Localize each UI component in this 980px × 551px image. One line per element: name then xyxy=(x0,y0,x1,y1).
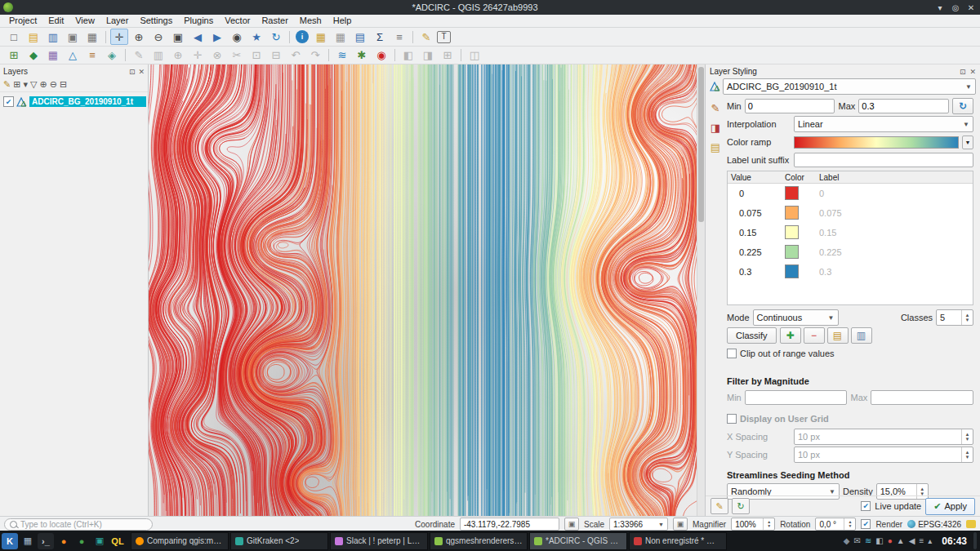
messages-icon[interactable] xyxy=(966,520,976,528)
clip-checkbox[interactable] xyxy=(727,349,737,358)
layer-labeling-options-icon[interactable]: ⊞ xyxy=(439,47,457,64)
y-spacing-spinner[interactable]: 10 px ▲▼ xyxy=(794,447,973,463)
collapse-all-icon[interactable]: ⊖ xyxy=(50,79,57,90)
add-mesh-layer-icon[interactable]: △ xyxy=(64,47,82,64)
tray-updates-icon[interactable]: ◆ xyxy=(844,536,850,545)
open-attribute-table-icon[interactable]: ▤ xyxy=(351,29,369,45)
spinner-arrows-icon[interactable]: ▲▼ xyxy=(961,310,973,325)
record-macro-icon[interactable]: ◉ xyxy=(372,47,390,64)
kde-menu[interactable]: K xyxy=(2,533,18,549)
styling-layer-select[interactable]: ADCIRC_BG_20190910_1t ▼ xyxy=(723,78,976,95)
value-column-header[interactable]: Value xyxy=(731,173,785,182)
teal-app-launcher[interactable]: ▣ xyxy=(91,533,108,549)
new-project-icon[interactable]: □ xyxy=(5,29,23,45)
tray-bluetooth-icon[interactable]: ▲ xyxy=(897,536,905,545)
load-color-ramp-icon[interactable]: ▤ xyxy=(827,327,849,344)
add-raster-layer-icon[interactable]: ▦ xyxy=(44,47,62,64)
color-table-row[interactable]: 0.0750.075 xyxy=(728,203,973,223)
style-manager-icon[interactable]: ✎ xyxy=(710,498,728,514)
layout-manager-icon[interactable]: ▦ xyxy=(83,29,101,45)
task-spyder[interactable]: Non enregistré * — Sp... xyxy=(629,532,727,550)
data-source-manager-icon[interactable]: ⊞ xyxy=(5,47,23,64)
pager[interactable]: ▦ xyxy=(20,533,36,549)
firefox-launcher[interactable]: ● xyxy=(56,533,72,549)
classes-spinner[interactable]: 5 ▲▼ xyxy=(936,309,973,326)
tray-mail-icon[interactable]: ✉ xyxy=(854,536,861,545)
map-scrollbar[interactable] xyxy=(697,64,705,516)
dock-panel-icon[interactable]: ⊡ xyxy=(129,68,136,76)
show-desktop-button[interactable] xyxy=(973,532,977,549)
save-project-icon[interactable]: ▥ xyxy=(44,29,62,45)
user-grid-checkbox[interactable] xyxy=(727,414,737,424)
mesh-calculator-icon[interactable]: ≋ xyxy=(333,47,351,64)
scrollbar-handle[interactable] xyxy=(698,67,704,222)
redo-icon[interactable]: ↷ xyxy=(306,47,324,64)
menu-help[interactable]: Help xyxy=(327,15,358,27)
save-color-ramp-icon[interactable]: ▥ xyxy=(851,327,872,344)
classify-button[interactable]: Classify xyxy=(727,327,777,344)
konsole[interactable]: ›_ xyxy=(38,533,54,549)
task-qgis-adcirc[interactable]: *ADCIRC - QGIS 26427... xyxy=(529,532,627,550)
tray-volume-icon[interactable]: ◀ xyxy=(909,536,915,545)
filter-max-input[interactable] xyxy=(871,390,973,405)
close-panel-icon[interactable]: ✕ xyxy=(138,68,145,76)
processing-toolbox-icon[interactable]: ✱ xyxy=(353,47,371,64)
ql-launcher[interactable]: QL xyxy=(109,533,126,549)
save-layer-edits-icon[interactable]: ▥ xyxy=(149,47,167,64)
zoom-out-icon[interactable]: ⊖ xyxy=(149,29,167,45)
scale-combo[interactable]: 1:33966 ▼ xyxy=(609,518,668,531)
close-button[interactable]: ✕ xyxy=(964,3,978,12)
layer-visibility-checkbox[interactable]: ✔ xyxy=(3,96,14,107)
close-styling-panel-icon[interactable]: ✕ xyxy=(969,68,976,76)
identify-features-icon[interactable]: i xyxy=(296,30,309,43)
rotation-spinner[interactable]: 0,0 ° ▲▼ xyxy=(815,518,856,531)
menu-plugins[interactable]: Plugins xyxy=(178,15,219,27)
spinner-arrows-icon[interactable]: ▲▼ xyxy=(763,518,774,530)
map-overview-icon[interactable]: ◫ xyxy=(466,47,483,64)
color-ramp-menu-button[interactable]: ▼ xyxy=(962,136,973,149)
tray-notifications-icon[interactable]: ≡ xyxy=(919,536,924,545)
menu-view[interactable]: View xyxy=(69,15,100,27)
statistics-summary-icon[interactable]: ≡ xyxy=(390,29,408,45)
color-swatch[interactable] xyxy=(785,264,799,278)
reload-style-icon[interactable]: ↻ xyxy=(732,498,750,514)
add-group-icon[interactable]: ⊞ xyxy=(13,79,20,90)
filter-legend-icon[interactable]: ▽ xyxy=(30,79,37,90)
layer-item[interactable]: ✔ ADCIRC_BG_20190910_1t xyxy=(0,95,148,109)
zoom-to-layer-icon[interactable]: ◉ xyxy=(228,29,246,45)
dock-styling-panel-icon[interactable]: ⊡ xyxy=(960,68,966,76)
spinner-arrows-icon[interactable]: ▲▼ xyxy=(961,429,973,444)
max-input[interactable] xyxy=(858,99,949,113)
color-table-row[interactable]: 0.2250.225 xyxy=(728,242,973,262)
color-swatch[interactable] xyxy=(785,206,799,220)
min-input[interactable] xyxy=(745,99,835,113)
text-annotation-icon[interactable]: T xyxy=(437,31,451,43)
mesh-3d-tab-icon[interactable]: ◨ xyxy=(710,122,720,134)
color-swatch[interactable] xyxy=(785,186,799,200)
map-tips-icon[interactable]: ✎ xyxy=(417,29,435,45)
zoom-next-icon[interactable]: ▶ xyxy=(208,29,226,45)
add-vector-layer-icon[interactable]: ◆ xyxy=(24,47,42,64)
tray-clipboard-icon[interactable]: ◧ xyxy=(875,536,883,545)
tray-media-icon[interactable]: ● xyxy=(888,536,893,545)
filter-min-input[interactable] xyxy=(745,390,848,405)
zoom-last-icon[interactable]: ◀ xyxy=(189,29,207,45)
paste-features-icon[interactable]: ⊟ xyxy=(267,47,285,64)
delete-selected-icon[interactable]: ⊗ xyxy=(208,47,226,64)
label-toolbar-icon[interactable]: ◧ xyxy=(399,47,417,64)
color-table-row[interactable]: 0.150.15 xyxy=(728,223,973,242)
tray-network-icon[interactable]: ≋ xyxy=(865,536,871,545)
task-slack[interactable]: Slack | ! peterp | Lutr... xyxy=(330,532,428,550)
move-feature-icon[interactable]: ✛ xyxy=(189,47,207,64)
shade-button[interactable]: ▾ xyxy=(933,3,947,12)
history-tab-icon[interactable]: ▤ xyxy=(710,141,720,153)
remove-layer-icon[interactable]: ⊟ xyxy=(60,79,67,90)
color-table-row[interactable]: 00 xyxy=(728,184,973,203)
spinner-arrows-icon[interactable]: ▲▼ xyxy=(961,447,973,462)
spinner-arrows-icon[interactable]: ▲▼ xyxy=(844,518,855,530)
add-feature-icon[interactable]: ⊕ xyxy=(169,47,187,64)
pan-map-icon[interactable]: ✛ xyxy=(110,29,128,45)
task-gitkraken[interactable]: GitKraken <2> xyxy=(230,532,328,550)
apply-button[interactable]: ✔ Apply xyxy=(925,498,975,515)
zoom-full-icon[interactable]: ▣ xyxy=(169,29,187,45)
